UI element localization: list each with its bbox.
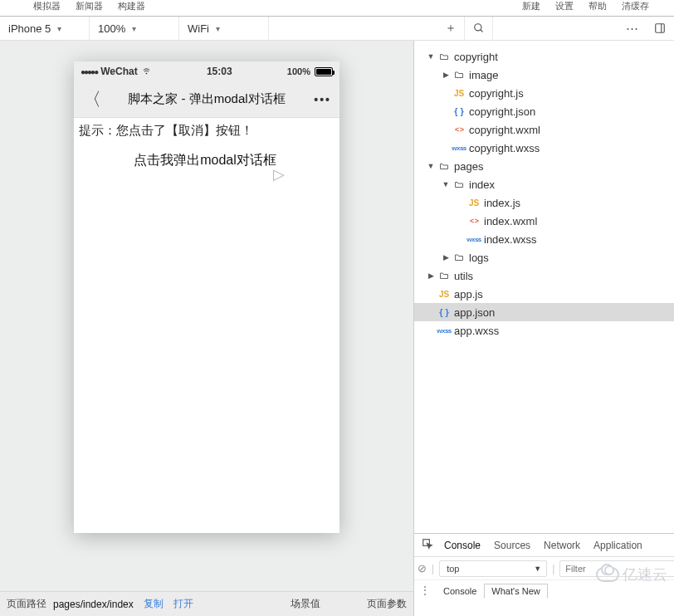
chevron-down-icon: ▼ — [534, 565, 541, 573]
cursor-icon: ▷ — [273, 165, 285, 183]
wxml-file-icon: < > — [451, 125, 467, 134]
tree-label: index.wxss — [484, 233, 537, 246]
copy-link[interactable]: 复制 — [144, 597, 164, 611]
scene-label: 场景值 — [291, 597, 320, 611]
network-select[interactable]: WiFi ▾ — [179, 17, 269, 40]
params-label: 页面参数 — [367, 597, 407, 611]
tree-label: logs — [469, 252, 489, 264]
wxss-file-icon: wxss — [466, 236, 482, 243]
tree-label: index.js — [484, 197, 520, 209]
tree-label: copyright — [454, 51, 498, 63]
file-tree[interactable]: ▼copyright▶imageJScopyright.js{ }copyrig… — [414, 41, 674, 533]
wxss-file-icon: wxss — [451, 144, 467, 152]
toolbar: iPhone 5 ▾ 100% ▾ WiFi ▾ ＋ ⋯ — [0, 16, 674, 41]
devtools-filter-row: ⊘ | top ▼ | — [414, 557, 674, 580]
json-file-icon: { } — [451, 106, 467, 116]
tree-folder[interactable]: ▼pages — [414, 157, 674, 175]
tree-label: app.wxss — [454, 325, 499, 337]
menu-item[interactable]: 帮助 — [589, 0, 607, 12]
svg-point-4 — [146, 73, 147, 74]
chevron-down-icon: ▾ — [57, 24, 61, 33]
menu-item[interactable]: 模拟器 — [33, 0, 61, 12]
open-link[interactable]: 打开 — [173, 597, 193, 611]
toolbar-spacer — [269, 17, 437, 40]
tip-text: 提示：您点击了【取消】按钮！ — [79, 123, 331, 139]
tree-label: copyright.wxml — [469, 124, 540, 136]
top-menu: 模拟器新闻器构建器 新建设置帮助清缓存 — [0, 0, 674, 16]
js-file-icon: JS — [451, 89, 467, 98]
js-file-icon: JS — [466, 198, 482, 208]
devtools-tabs: ConsoleSourcesNetworkApplication — [414, 534, 674, 557]
devtools-drawer-tab[interactable]: What's New — [484, 584, 547, 599]
tree-label: index — [469, 178, 495, 191]
open-modal-button[interactable]: 点击我弹出modal对话框 ▷ — [79, 144, 331, 177]
right-panel: ▼copyright▶imageJScopyright.js{ }copyrig… — [413, 41, 674, 616]
tree-folder[interactable]: ▶utils — [414, 266, 674, 285]
signal-dots-icon: ●●●●● — [81, 67, 97, 76]
menu-item[interactable]: 构建器 — [118, 0, 145, 12]
filter-input[interactable] — [559, 560, 674, 577]
search-icon[interactable] — [465, 17, 493, 40]
network-value: WiFi — [188, 22, 209, 35]
tree-file[interactable]: < >index.wxml — [414, 212, 674, 230]
folder-icon — [451, 179, 467, 189]
menu-item[interactable]: 新建 — [522, 0, 540, 12]
tree-file[interactable]: wxsscopyright.wxss — [414, 139, 674, 157]
tree-arrow-icon: ▼ — [441, 180, 451, 188]
menu-item[interactable]: 设置 — [555, 0, 574, 12]
devtools-more-icon[interactable]: ⋮ — [419, 584, 431, 597]
tree-file[interactable]: < >copyright.wxml — [414, 120, 674, 139]
json-file-icon: { } — [436, 307, 452, 317]
js-file-icon: JS — [436, 290, 452, 299]
tree-label: utils — [454, 270, 473, 282]
tree-folder[interactable]: ▼index — [414, 175, 674, 193]
page-title: 脚本之家 - 弹出modal对话框 — [74, 91, 339, 107]
tree-arrow-icon: ▼ — [426, 52, 436, 61]
tree-file[interactable]: JSindex.js — [414, 193, 674, 212]
devtools-tab[interactable]: Application — [587, 534, 649, 556]
tree-arrow-icon: ▶ — [441, 71, 451, 79]
folder-icon — [436, 51, 452, 61]
devtools-tab[interactable]: Console — [437, 534, 487, 556]
tree-folder[interactable]: ▶image — [414, 66, 674, 84]
device-value: iPhone 5 — [8, 22, 51, 35]
menu-item[interactable]: 清缓存 — [622, 0, 649, 12]
tree-folder[interactable]: ▼copyright — [414, 47, 674, 66]
menu-item[interactable]: 新闻器 — [76, 0, 103, 12]
zoom-value: 100% — [98, 22, 125, 35]
context-value: top — [447, 564, 459, 574]
tree-label: copyright.js — [469, 87, 524, 100]
wifi-icon — [141, 67, 152, 76]
clear-console-icon[interactable]: ⊘ — [418, 562, 427, 574]
toolbar-gap — [493, 17, 618, 40]
wxml-file-icon: < > — [466, 217, 482, 225]
svg-rect-2 — [656, 24, 665, 33]
tree-label: image — [469, 69, 498, 81]
page-body: 提示：您点击了【取消】按钮！ 点击我弹出modal对话框 ▷ — [74, 118, 339, 533]
simulator-panel: ●●●●● WeChat 15:03 100% 〈 脚本之家 - 弹出modal… — [0, 41, 413, 616]
panel-toggle-icon[interactable] — [646, 17, 674, 40]
battery-icon — [315, 67, 333, 76]
more-icon[interactable]: ⋯ — [618, 17, 646, 40]
inspect-icon[interactable] — [418, 538, 437, 552]
tree-file[interactable]: { }app.json — [414, 303, 674, 321]
folder-icon — [451, 252, 467, 262]
devtools-drawer-tab[interactable]: Console — [436, 584, 484, 599]
tree-file[interactable]: wxssindex.wxss — [414, 230, 674, 248]
svg-point-0 — [474, 24, 481, 31]
tree-label: copyright.json — [469, 105, 535, 118]
tree-file[interactable]: JSapp.js — [414, 285, 674, 303]
devtools-tab[interactable]: Network — [537, 534, 587, 556]
tree-arrow-icon: ▶ — [426, 271, 436, 280]
tree-file[interactable]: { }copyright.json — [414, 102, 674, 120]
battery-percent: 100% — [287, 66, 310, 76]
tree-file[interactable]: JScopyright.js — [414, 84, 674, 102]
device-select[interactable]: iPhone 5 ▾ — [0, 17, 90, 40]
context-select[interactable]: top ▼ — [439, 560, 547, 577]
tree-file[interactable]: wxssapp.wxss — [414, 321, 674, 340]
add-icon[interactable]: ＋ — [437, 17, 465, 40]
tree-folder[interactable]: ▶logs — [414, 248, 674, 266]
devtools-tab[interactable]: Sources — [487, 534, 537, 556]
zoom-select[interactable]: 100% ▾ — [90, 17, 179, 40]
tree-label: index.wxml — [484, 215, 537, 227]
